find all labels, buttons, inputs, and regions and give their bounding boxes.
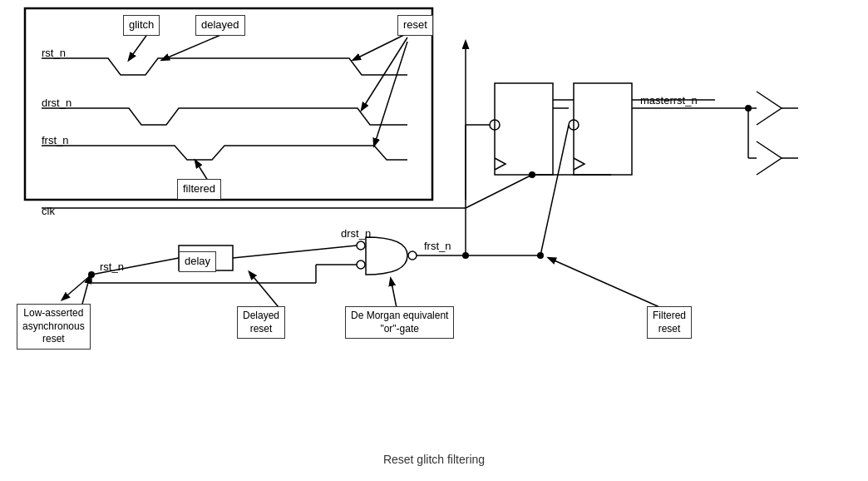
svg-point-26 [357, 260, 365, 269]
schematic-svg: rst_n drst_n frst_n clk masterrst_n [0, 0, 868, 481]
svg-line-48 [549, 258, 665, 310]
delay-label: delay [179, 251, 216, 272]
svg-point-25 [357, 241, 365, 250]
svg-line-4 [362, 37, 407, 110]
glitch-label: glitch [123, 15, 160, 36]
frst-n-gate-label: frst_n [424, 240, 451, 252]
svg-line-32 [233, 245, 357, 258]
svg-line-42 [540, 125, 569, 255]
frst-n-label: frst_n [42, 134, 69, 146]
rst-n-label: rst_n [42, 47, 66, 59]
diagram-container: rst_n drst_n frst_n clk masterrst_n [0, 0, 868, 481]
drst-n-label: drst_n [42, 97, 72, 109]
svg-line-1 [129, 33, 148, 60]
reset-label: reset [397, 15, 433, 36]
de-morgan-label: De Morgan equivalent"or"-gate [345, 306, 454, 339]
diagram-caption: Reset glitch filtering [0, 453, 868, 466]
delayed-reset-label: Delayedreset [237, 306, 285, 339]
svg-rect-8 [495, 83, 553, 175]
svg-rect-0 [25, 8, 432, 200]
svg-point-27 [408, 251, 417, 260]
rst-n-bottom-label: rst_n [100, 260, 124, 273]
low-asserted-label: Low-assertedasynchronousreset [17, 304, 91, 350]
clk-label: clk [42, 205, 55, 217]
svg-line-21 [466, 175, 532, 208]
svg-point-44 [537, 252, 544, 259]
filtered-reset-label: Filteredreset [647, 306, 692, 339]
svg-line-2 [162, 33, 224, 60]
delayed-label: delayed [195, 15, 245, 36]
svg-line-3 [353, 33, 407, 60]
svg-rect-10 [574, 83, 632, 175]
svg-line-5 [374, 42, 407, 146]
drst-n-gate-label: drst_n [341, 227, 371, 240]
filtered-label: filtered [177, 179, 221, 200]
